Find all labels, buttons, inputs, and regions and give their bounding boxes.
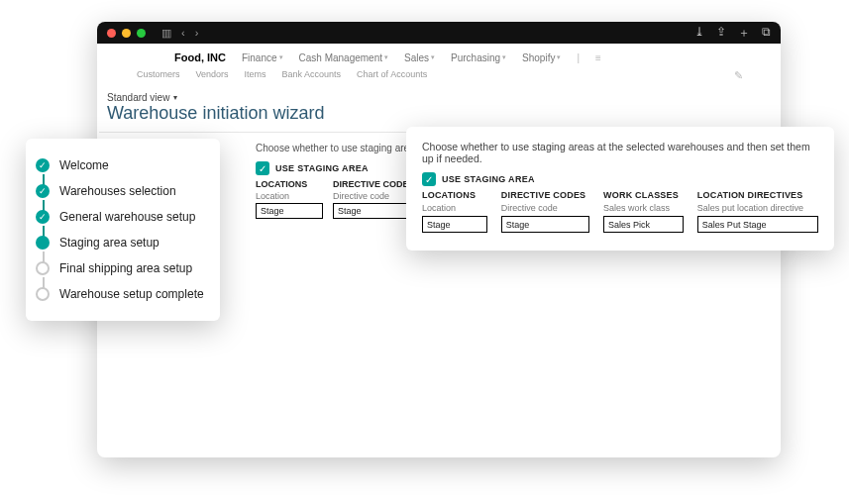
sub-nav: Customers Vendors Items Bank Accounts Ch…	[97, 65, 781, 88]
minimize-window-button[interactable]	[122, 29, 131, 38]
check-icon: ✓	[36, 158, 50, 172]
view-label: Standard view	[107, 92, 169, 103]
top-nav: Food, INC Finance▾ Cash Management▾ Sale…	[97, 44, 781, 65]
col-header: LOCATIONS	[256, 179, 323, 189]
step-welcome[interactable]: ✓ Welcome	[36, 152, 208, 178]
current-step-icon	[36, 236, 50, 250]
brand-name[interactable]: Food, INC	[174, 51, 226, 63]
col-directive-codes: DIRECTIVE CODES Directive code Stage	[501, 190, 589, 233]
tabs-overview-icon[interactable]: ⧉	[762, 25, 771, 42]
col-header: LOCATIONS	[422, 190, 487, 200]
chevron-down-icon: ▾	[279, 53, 283, 61]
forward-icon[interactable]: ›	[195, 27, 199, 39]
pending-step-icon	[36, 261, 50, 275]
col-location-directives: LOCATION DIRECTIVES Sales put location d…	[697, 190, 818, 233]
col-header: DIRECTIVE CODES	[501, 190, 589, 200]
col-subheader: Location	[256, 191, 323, 201]
col-header: WORK CLASSES	[603, 190, 684, 200]
zoom-window-button[interactable]	[137, 29, 146, 38]
new-tab-icon[interactable]: ＋	[738, 25, 750, 42]
sales-put-directive-input[interactable]: Sales Put Stage	[697, 216, 818, 233]
use-staging-label: USE STAGING AREA	[442, 174, 535, 184]
use-staging-checkbox[interactable]: ✓	[422, 172, 436, 186]
nav-shopify[interactable]: Shopify▾	[522, 52, 561, 63]
subnav-items[interactable]: Items	[245, 69, 266, 82]
pending-step-icon	[36, 287, 50, 301]
chevron-down-icon: ▾	[502, 53, 506, 61]
step-warehouses-selection[interactable]: ✓ Warehouses selection	[36, 178, 208, 204]
directive-code-input[interactable]: Stage	[501, 216, 589, 233]
col-subheader: Sales put location directive	[697, 203, 818, 213]
close-window-button[interactable]	[107, 29, 116, 38]
location-input[interactable]: Stage	[256, 203, 323, 219]
sidebar-toggle-icon[interactable]: ▥	[161, 27, 171, 40]
col-locations: LOCATIONS Location Stage	[422, 190, 487, 233]
detail-intro: Choose whether to use staging areas at t…	[422, 141, 818, 164]
sales-work-class-input[interactable]: Sales Pick	[603, 216, 684, 233]
titlebar: ▥ ‹ › ⤓ ⇪ ＋ ⧉	[97, 22, 781, 44]
col-locations: LOCATIONS Location Stage	[256, 179, 323, 219]
subnav-chart-of-accounts[interactable]: Chart of Accounts	[357, 69, 427, 82]
download-icon[interactable]: ⤓	[694, 25, 704, 42]
edit-pencil-icon[interactable]: ✎	[734, 69, 753, 82]
step-warehouse-setup-complete[interactable]: Warehouse setup complete	[36, 281, 208, 307]
wizard-stepper: ✓ Welcome ✓ Warehouses selection ✓ Gener…	[26, 139, 220, 321]
staging-detail-card: Choose whether to use staging areas at t…	[406, 127, 834, 251]
col-work-classes: WORK CLASSES Sales work class Sales Pick	[603, 190, 684, 233]
check-icon: ✓	[36, 184, 50, 198]
step-general-warehouse-setup[interactable]: ✓ General warehouse setup	[36, 204, 208, 230]
chevron-down-icon: ▾	[173, 93, 177, 102]
share-icon[interactable]: ⇪	[716, 25, 726, 42]
col-header: LOCATION DIRECTIVES	[697, 190, 818, 200]
window-controls	[107, 29, 146, 38]
chevron-down-icon: ▾	[431, 53, 435, 61]
chevron-down-icon: ▾	[384, 53, 388, 61]
check-icon: ✓	[36, 210, 50, 224]
location-input[interactable]: Stage	[422, 216, 487, 233]
nav-sales[interactable]: Sales▾	[404, 52, 435, 63]
nav-finance[interactable]: Finance▾	[242, 52, 283, 63]
subnav-vendors[interactable]: Vendors	[196, 69, 229, 82]
view-selector[interactable]: Standard view ▾	[97, 88, 781, 103]
subnav-bank-accounts[interactable]: Bank Accounts	[282, 69, 342, 82]
chevron-down-icon: ▾	[557, 53, 561, 61]
nav-purchasing[interactable]: Purchasing▾	[451, 52, 506, 63]
step-staging-area-setup[interactable]: Staging area setup	[36, 230, 208, 255]
nav-divider: |	[577, 52, 580, 63]
use-staging-label: USE STAGING AREA	[275, 163, 369, 173]
subnav-customers[interactable]: Customers	[137, 69, 180, 82]
use-staging-checkbox[interactable]: ✓	[256, 161, 269, 175]
nav-cash-management[interactable]: Cash Management▾	[299, 52, 389, 63]
col-subheader: Sales work class	[603, 203, 684, 213]
col-subheader: Location	[422, 203, 487, 213]
col-subheader: Directive code	[501, 203, 589, 213]
step-final-shipping-area-setup[interactable]: Final shipping area setup	[36, 255, 208, 281]
nav-more-icon[interactable]: ≡	[595, 52, 601, 63]
back-icon[interactable]: ‹	[181, 27, 185, 39]
